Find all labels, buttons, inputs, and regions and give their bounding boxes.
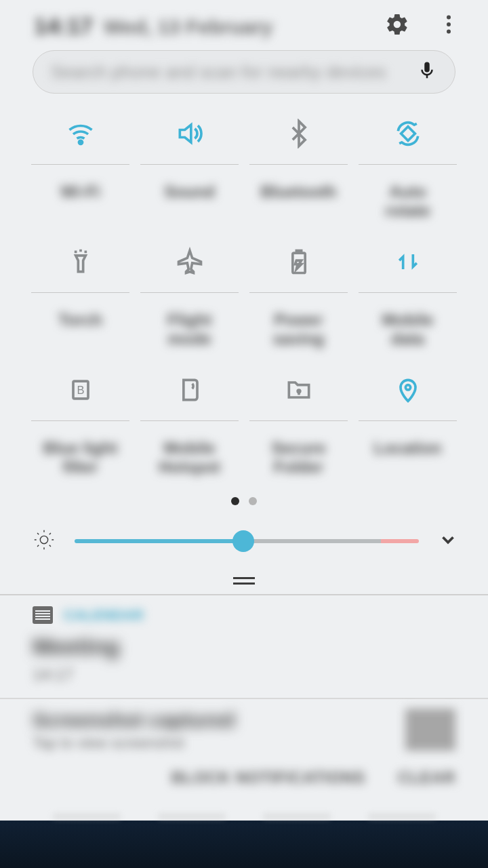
tile-label: Flight mode: [167, 311, 211, 350]
tile-label: Bluetooth: [261, 182, 337, 222]
screenshot-thumbnail[interactable]: [405, 709, 455, 751]
search-input[interactable]: Search phone and scan for nearby devices: [33, 50, 455, 94]
tile-power-saving[interactable]: Power saving: [249, 234, 348, 350]
svg-point-0: [447, 16, 451, 20]
tile-secure-folder[interactable]: Secure Folder: [249, 362, 348, 478]
secure-icon: [249, 362, 348, 418]
time-and-date[interactable]: 14:17 Wed, 13 February: [34, 13, 385, 39]
tile-label: Secure Folder: [271, 439, 325, 478]
pager-dot: [249, 497, 257, 505]
panel-drag-handle[interactable]: [0, 577, 488, 585]
clear-button[interactable]: CLEAR: [398, 768, 455, 787]
svg-rect-6: [296, 251, 301, 254]
tile-bluetooth[interactable]: Bluetooth: [249, 106, 348, 222]
svg-point-2: [447, 30, 451, 34]
rotate-icon: [359, 106, 457, 161]
notification-screenshot[interactable]: Screenshot captured Tap to view screensh…: [0, 699, 488, 755]
expand-brightness-icon[interactable]: [438, 530, 458, 553]
calendar-icon: [33, 606, 53, 624]
tile-mobile-hotspot[interactable]: Mobile Hotspot: [140, 362, 239, 478]
battery-icon: [249, 234, 348, 290]
bluelight-icon: B: [31, 362, 129, 418]
tile-wifi[interactable]: Wi-Fi: [31, 106, 129, 222]
notification-title: Meeting: [33, 633, 455, 660]
clock-date: Wed, 13 February: [104, 16, 273, 39]
tile-label: Torch: [58, 311, 102, 350]
tile-label: Location: [374, 439, 442, 478]
notification-calendar[interactable]: CALENDAR Meeting 14:17: [0, 595, 488, 699]
svg-point-9: [298, 390, 300, 393]
svg-point-3: [79, 140, 82, 144]
plane-icon: [140, 234, 239, 290]
svg-text:B: B: [77, 384, 84, 396]
page-indicator: [0, 497, 488, 505]
hotspot-icon: [140, 362, 239, 418]
quick-settings-grid: Wi-Fi Sound Bluetooth Auto rotate Torch: [0, 99, 488, 490]
more-icon[interactable]: [436, 12, 461, 39]
tile-flight-mode[interactable]: Flight mode: [140, 234, 239, 350]
tile-location[interactable]: Location: [359, 362, 457, 478]
wifi-icon: [31, 106, 129, 161]
notification-title: Screenshot captured: [33, 709, 389, 732]
brightness-icon: [33, 528, 56, 554]
bluetooth-icon: [249, 106, 348, 161]
tile-mobile-data[interactable]: Mobile data: [359, 234, 457, 350]
home-dock-background: [0, 821, 488, 868]
settings-icon[interactable]: [385, 12, 409, 39]
pager-dot-active: [231, 497, 239, 505]
svg-point-1: [447, 22, 451, 26]
notification-time: 14:17: [33, 665, 455, 684]
svg-point-10: [405, 385, 410, 390]
notification-app-name: CALENDAR: [64, 607, 144, 623]
svg-rect-4: [401, 127, 415, 141]
block-notifications-button[interactable]: BLOCK NOTIFICATIONS: [171, 768, 365, 787]
tile-label: Wi-Fi: [60, 182, 100, 222]
location-icon: [359, 362, 457, 418]
clock-time: 14:17: [34, 13, 93, 39]
brightness-thumb[interactable]: [232, 530, 254, 552]
tile-blue-light-filter[interactable]: B Blue light filter: [31, 362, 129, 478]
notification-subtitle: Tap to view screenshot: [33, 734, 389, 752]
sound-icon: [140, 106, 239, 161]
tile-label: Auto rotate: [385, 182, 430, 222]
search-placeholder: Search phone and scan for nearby devices: [51, 62, 417, 83]
mic-icon[interactable]: [417, 60, 437, 83]
data-icon: [359, 234, 457, 290]
torch-icon: [31, 234, 129, 290]
svg-point-11: [40, 536, 47, 543]
brightness-slider[interactable]: [75, 539, 419, 543]
tile-torch[interactable]: Torch: [31, 234, 129, 350]
tile-label: Mobile data: [382, 311, 434, 350]
tile-label: Power saving: [272, 311, 324, 350]
tile-sound[interactable]: Sound: [140, 106, 239, 222]
tile-auto-rotate[interactable]: Auto rotate: [359, 106, 457, 222]
tile-label: Sound: [164, 182, 215, 222]
tile-label: Mobile Hotspot: [159, 439, 220, 478]
tile-label: Blue light filter: [43, 439, 117, 478]
